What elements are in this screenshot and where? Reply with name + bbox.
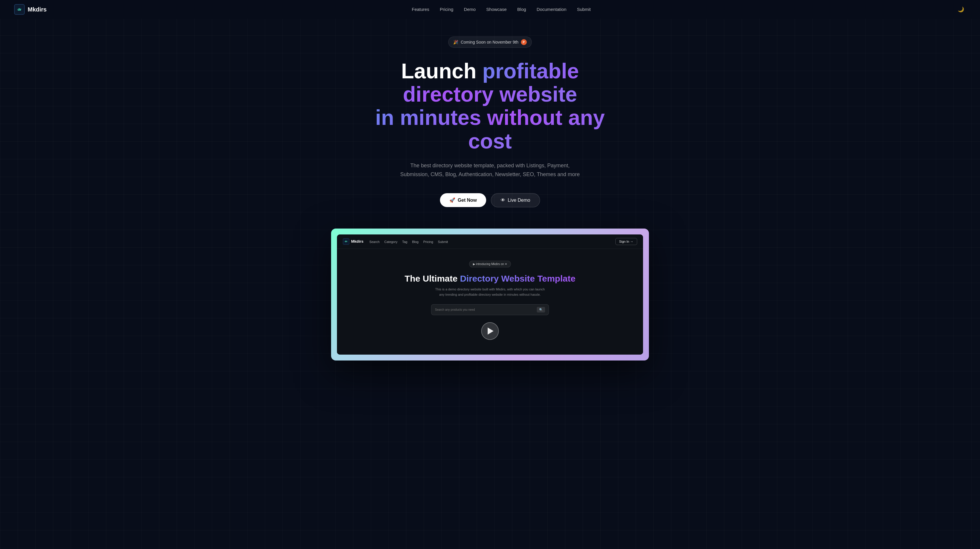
nav-features[interactable]: Features — [412, 7, 429, 12]
demo-search-bar: 🔍 — [431, 304, 549, 315]
nav-demo[interactable]: Demo — [464, 7, 476, 12]
hero-buttons: 🚀 Get Now 👁 Live Demo — [440, 193, 540, 207]
nav-submit[interactable]: Submit — [577, 7, 591, 12]
badge-dot: P — [521, 39, 527, 45]
navbar: dir Mkdirs Features Pricing Demo Showcas… — [0, 0, 980, 19]
demo-announcement-badge: ▶ introducing Mkdirs on ✕ — [469, 261, 511, 267]
badge-text: Coming Soon on November 9th — [461, 40, 518, 45]
demo-logo-icon: dir — [343, 238, 349, 245]
demo-sign-in-button[interactable]: Sign In → — [616, 238, 637, 245]
demo-outer-frame: dir Mkdirs Search Category Tag Blog Pric… — [331, 228, 649, 361]
logo-text: Mkdirs — [28, 6, 46, 13]
demo-search-button[interactable]: 🔍 — [537, 307, 545, 313]
nav-blog[interactable]: Blog — [517, 7, 526, 12]
dark-mode-button[interactable]: 🌙 — [956, 5, 966, 14]
demo-nav-links: Search Category Tag Blog Pricing Submit — [369, 239, 448, 244]
demo-title-highlight: Directory Website Template — [460, 274, 575, 283]
demo-hero-content: ▶ introducing Mkdirs on ✕ The Ultimate D… — [337, 249, 643, 354]
nav-right: 🌙 — [956, 5, 966, 14]
demo-nav-left: dir Mkdirs Search Category Tag Blog Pric… — [343, 238, 448, 245]
demo-hero-subtitle: This is a demo directory website built w… — [434, 287, 546, 297]
title-part2: in minutes without any cost — [375, 106, 605, 153]
demo-search-input[interactable] — [435, 308, 535, 311]
title-part1: Launch — [401, 59, 482, 83]
demo-nav-tag[interactable]: Tag — [402, 240, 407, 244]
demo-announcement-text: ▶ introducing Mkdirs on ✕ — [473, 262, 508, 266]
demo-nav-submit[interactable]: Submit — [438, 240, 448, 244]
get-now-label: Get Now — [458, 198, 477, 203]
demo-nav-category[interactable]: Category — [384, 240, 398, 244]
hero-subtitle: The best directory website template, pac… — [399, 161, 581, 179]
live-demo-button[interactable]: 👁 Live Demo — [491, 193, 540, 207]
play-icon — [488, 327, 493, 335]
hero-section: 🎉 Coming Soon on November 9th P Launch p… — [0, 19, 980, 372]
nav-showcase[interactable]: Showcase — [486, 7, 506, 12]
nav-links: Features Pricing Demo Showcase Blog Docu… — [412, 7, 591, 12]
demo-play-overlay — [344, 322, 636, 346]
demo-inner-frame: dir Mkdirs Search Category Tag Blog Pric… — [337, 235, 643, 354]
demo-container: dir Mkdirs Search Category Tag Blog Pric… — [331, 228, 649, 361]
demo-logo: dir Mkdirs — [343, 238, 363, 245]
nav-pricing[interactable]: Pricing — [440, 7, 453, 12]
announcement-badge: 🎉 Coming Soon on November 9th P — [448, 37, 531, 48]
logo-link[interactable]: dir Mkdirs — [14, 4, 46, 15]
demo-sign-in-label: Sign In → — [619, 240, 633, 243]
demo-navbar: dir Mkdirs Search Category Tag Blog Pric… — [337, 235, 643, 249]
demo-nav-blog[interactable]: Blog — [412, 240, 418, 244]
demo-nav-search[interactable]: Search — [369, 240, 380, 244]
demo-hero-title: The Ultimate Directory Website Template — [344, 273, 636, 284]
get-now-icon: 🚀 — [449, 197, 455, 203]
demo-logo-text: Mkdirs — [351, 239, 363, 244]
demo-play-button[interactable] — [481, 322, 499, 340]
badge-emoji: 🎉 — [453, 40, 458, 45]
live-demo-icon: 👁 — [501, 198, 505, 203]
live-demo-label: Live Demo — [508, 198, 530, 203]
logo-icon: dir — [14, 4, 25, 15]
demo-title-part1: The Ultimate — [405, 274, 460, 283]
hero-title: Launch profitable directory website in m… — [358, 59, 622, 153]
nav-documentation[interactable]: Documentation — [537, 7, 566, 12]
get-now-button[interactable]: 🚀 Get Now — [440, 193, 486, 207]
demo-nav-pricing[interactable]: Pricing — [423, 240, 433, 244]
